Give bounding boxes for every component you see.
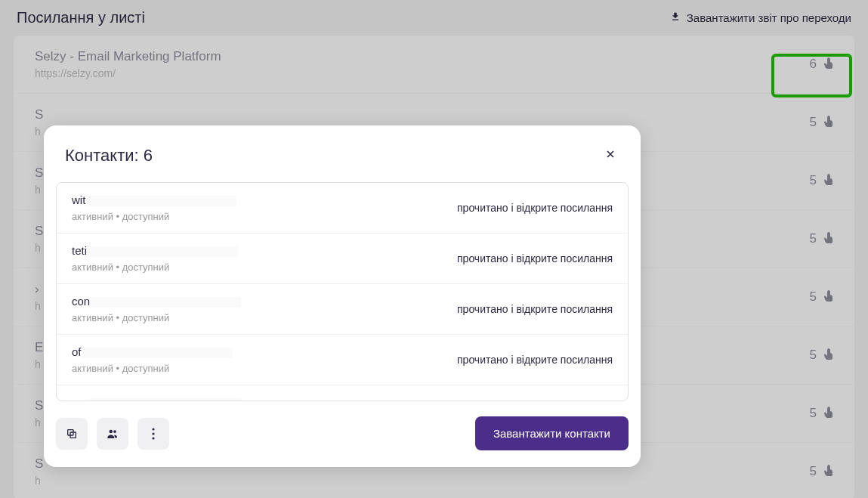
download-contacts-button[interactable]: Завантажити контакти <box>475 416 629 450</box>
contacts-modal: Контакти: 6 wit активний • доступний про… <box>44 125 641 467</box>
contact-info: sen <box>72 396 241 401</box>
contact-info: wit активний • доступний <box>72 193 236 222</box>
close-icon <box>604 148 616 160</box>
contact-email: wit <box>72 193 236 206</box>
more-options-button[interactable] <box>137 418 169 450</box>
copy-icon <box>66 428 78 440</box>
svg-point-4 <box>152 428 154 430</box>
modal-header: Контакти: 6 <box>44 125 641 182</box>
users-icon <box>106 427 119 441</box>
add-to-group-button[interactable] <box>97 418 128 450</box>
modal-title: Контакти: 6 <box>65 146 153 165</box>
contact-row[interactable]: sen <box>57 385 628 401</box>
contact-action-text: прочитано і відкрите посилання <box>457 252 613 264</box>
contact-status: активний • доступний <box>72 261 238 273</box>
contact-row[interactable]: of активний • доступний прочитано і відк… <box>57 335 628 385</box>
svg-point-5 <box>152 432 154 435</box>
contact-action-text: прочитано і відкрите посилання <box>457 303 613 315</box>
contact-email: sen <box>72 396 241 401</box>
contact-email: con <box>72 295 241 308</box>
contact-status: активний • доступний <box>72 363 233 374</box>
svg-point-6 <box>152 437 154 439</box>
contact-row[interactable]: wit активний • доступний прочитано і від… <box>57 183 628 234</box>
contact-email: of <box>72 345 233 358</box>
contact-status: активний • доступний <box>72 211 236 222</box>
contact-info: con активний • доступний <box>72 295 241 323</box>
close-button[interactable] <box>601 144 619 167</box>
kebab-icon <box>152 428 155 440</box>
contact-action-text: прочитано і відкрите посилання <box>457 202 613 214</box>
copy-button[interactable] <box>56 418 88 450</box>
footer-actions <box>56 418 169 450</box>
svg-point-3 <box>113 430 116 433</box>
contact-action-text: прочитано і відкрите посилання <box>457 354 613 366</box>
contact-info: of активний • доступний <box>72 345 233 374</box>
contact-info: teti активний • доступний <box>72 244 238 273</box>
modal-footer: Завантажити контакти <box>44 401 641 467</box>
svg-point-2 <box>110 429 113 433</box>
contact-row[interactable]: teti активний • доступний прочитано і ві… <box>57 234 628 284</box>
contact-email: teti <box>72 244 238 257</box>
contact-row[interactable]: con активний • доступний прочитано і від… <box>57 284 628 335</box>
contacts-list[interactable]: wit активний • доступний прочитано і від… <box>56 182 629 401</box>
contact-status: активний • доступний <box>72 312 241 323</box>
